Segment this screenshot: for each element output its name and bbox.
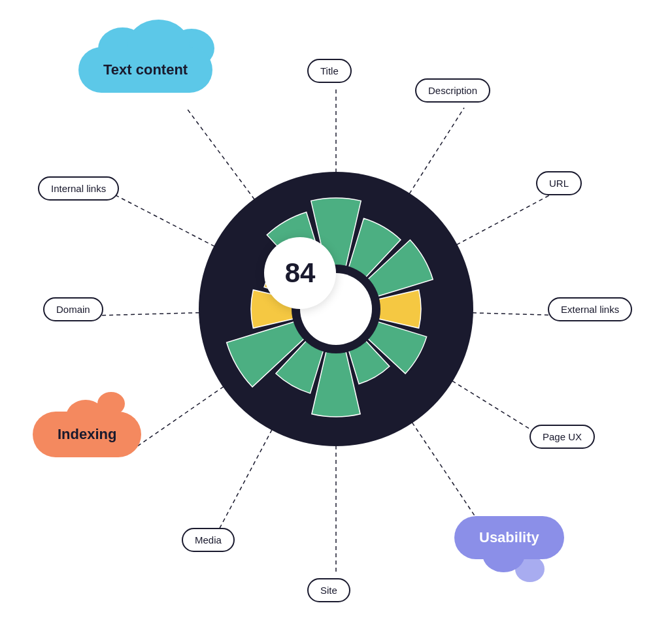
site-label: Site xyxy=(307,578,350,602)
text-content-cloud-wrap: Text content xyxy=(78,47,212,93)
text-content-label: Text content xyxy=(78,47,212,93)
domain-label: Domain xyxy=(43,297,103,321)
main-container: 84 Title Description URL External links … xyxy=(0,0,672,618)
indexing-cloud-wrap: Indexing xyxy=(33,412,141,457)
usability-label: Usability xyxy=(454,516,564,559)
title-label: Title xyxy=(307,59,352,83)
media-label: Media xyxy=(182,528,235,552)
external-links-label: External links xyxy=(548,297,632,321)
page-ux-label: Page UX xyxy=(529,425,595,449)
url-label: URL xyxy=(536,171,582,195)
score-display: 84 xyxy=(285,257,316,289)
internal-links-label: Internal links xyxy=(38,176,119,201)
center-circle: 84 xyxy=(264,237,336,309)
description-label: Description xyxy=(415,78,490,103)
usability-cloud-wrap: Usability xyxy=(454,516,564,559)
indexing-label: Indexing xyxy=(33,412,141,457)
